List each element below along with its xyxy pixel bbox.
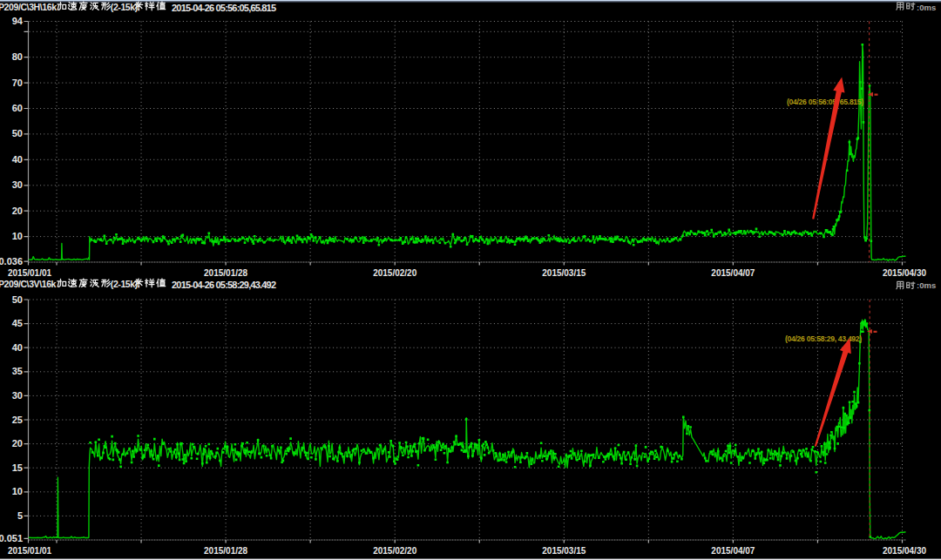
svg-text:2015/01/01: 2015/01/01 <box>8 546 51 556</box>
svg-text:2015/01/01: 2015/01/01 <box>8 268 51 278</box>
svg-text:70: 70 <box>12 78 23 88</box>
svg-text:30: 30 <box>12 179 23 190</box>
svg-text:45: 45 <box>12 318 23 328</box>
svg-text:(2-15k).: (2-15k). <box>111 2 140 12</box>
svg-text:80: 80 <box>12 51 23 62</box>
svg-text:50: 50 <box>12 294 23 305</box>
svg-text:0.036: 0.036 <box>0 256 23 267</box>
svg-text:40: 40 <box>12 154 23 165</box>
svg-text:40: 40 <box>12 342 23 353</box>
svg-text:2015/04/07: 2015/04/07 <box>711 546 755 556</box>
svg-text:25: 25 <box>12 415 23 425</box>
svg-text:(04/26 05:56:05, 65.815): (04/26 05:56:05, 65.815) <box>787 98 863 106</box>
svg-text::0ms: :0ms <box>917 280 936 290</box>
svg-text:94: 94 <box>12 16 24 26</box>
svg-text:2015/02/20: 2015/02/20 <box>373 268 416 278</box>
svg-text:0.051: 0.051 <box>0 533 23 543</box>
svg-text:2015/03/15: 2015/03/15 <box>542 546 586 556</box>
svg-text:2015-04-26 05:56:05,65.815: 2015-04-26 05:56:05,65.815 <box>172 3 276 13</box>
svg-text:2015/01/28: 2015/01/28 <box>204 546 247 556</box>
svg-text:P209/C\3V\16k: P209/C\3V\16k <box>0 279 57 289</box>
svg-text:2015-04-26 05:58:29,43.492: 2015-04-26 05:58:29,43.492 <box>172 280 276 290</box>
svg-text:(04/26 05:58:29, 43.492): (04/26 05:58:29, 43.492) <box>785 334 862 343</box>
svg-text:2015/04/30: 2015/04/30 <box>883 546 926 556</box>
svg-text:20: 20 <box>12 438 23 449</box>
svg-text:35: 35 <box>12 366 23 376</box>
svg-text:5: 5 <box>17 510 23 521</box>
svg-text:2015/04/30: 2015/04/30 <box>883 268 926 278</box>
svg-text:2015/03/15: 2015/03/15 <box>542 268 586 278</box>
svg-text:2015/01/28: 2015/01/28 <box>204 268 247 278</box>
svg-text:60: 60 <box>12 103 23 113</box>
svg-text:10: 10 <box>12 486 23 496</box>
svg-text:10: 10 <box>12 231 23 241</box>
svg-text:(2-15k).: (2-15k). <box>111 279 140 289</box>
svg-text::0ms: :0ms <box>917 3 936 12</box>
svg-text:2015/02/20: 2015/02/20 <box>373 546 416 556</box>
svg-text:15: 15 <box>12 462 23 473</box>
svg-text:20: 20 <box>12 206 23 216</box>
svg-text:P209/C\3H\16k: P209/C\3H\16k <box>0 2 57 12</box>
svg-text:50: 50 <box>12 128 23 138</box>
svg-text:30: 30 <box>12 390 23 401</box>
svg-text:2015/04/07: 2015/04/07 <box>711 268 755 278</box>
